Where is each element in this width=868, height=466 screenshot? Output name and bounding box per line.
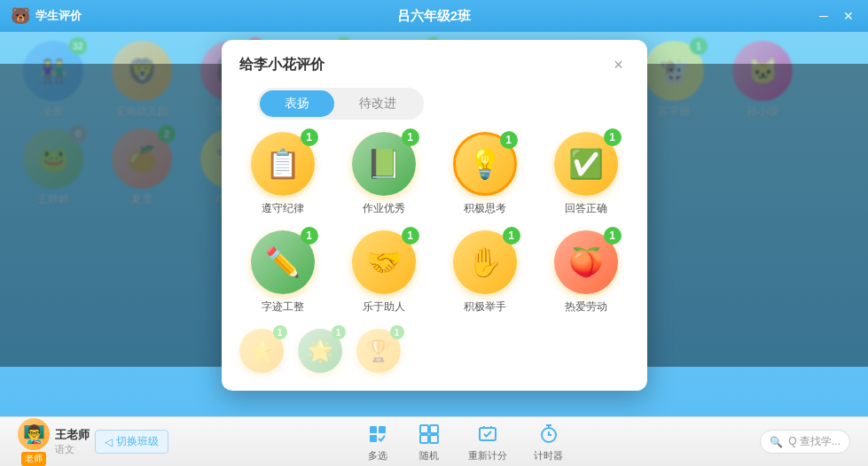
modal-close-button[interactable]: × <box>608 54 629 75</box>
title-bar-left: 🐻 学生评价 <box>11 6 82 26</box>
award-badge: 1 <box>332 325 346 339</box>
award-icon: 🍑 <box>568 245 604 279</box>
award-item-active[interactable]: 1 💡 积极思考 <box>442 132 528 216</box>
switch-label: 切换班级 <box>116 434 159 449</box>
award-label: 遵守纪律 <box>262 201 304 216</box>
close-button[interactable]: ✕ <box>840 7 857 25</box>
search-placeholder: Q 查找学... <box>788 434 841 449</box>
award-badge: 1 <box>604 227 622 245</box>
award-item-partial: 1 ⭐ <box>239 329 284 373</box>
teacher-info: 王老师 语文 <box>55 427 90 456</box>
multi-select-label: 多选 <box>368 449 387 462</box>
award-icon: 📋 <box>265 147 301 181</box>
random-label: 随机 <box>419 449 439 462</box>
timer-icon <box>536 422 561 447</box>
title-bar-controls: ─ ✕ <box>815 7 857 25</box>
svg-rect-4 <box>430 425 438 433</box>
teacher-label: 老师 <box>21 452 46 466</box>
teacher-subject: 语文 <box>55 443 90 456</box>
award-label: 热爱劳动 <box>565 299 607 315</box>
award-label: 作业优秀 <box>363 201 405 216</box>
svg-rect-6 <box>430 435 438 443</box>
badge: 32 <box>69 37 87 55</box>
award-item[interactable]: 1 ✋ 积极举手 <box>442 230 528 315</box>
award-badge: 1 <box>273 325 287 339</box>
teacher-avatar-section: 👨‍🏫 老师 <box>18 418 50 466</box>
award-badge: 1 <box>390 325 404 339</box>
modal-tabs: 表扬 待改进 <box>257 88 424 120</box>
svg-rect-0 <box>370 426 377 433</box>
app-name: 学生评价 <box>35 8 82 24</box>
timer-button[interactable]: 计时器 <box>534 422 563 462</box>
award-item-partial: 1 🏆 <box>356 329 401 373</box>
title-bar: 🐻 学生评价 吕六年级2班 ─ ✕ <box>0 0 868 32</box>
modal-overlay: 给李小花评价 × 表扬 待改进 1 📋 遵守纪律 <box>0 64 868 367</box>
award-item[interactable]: 1 🤝 乐于助人 <box>340 230 427 315</box>
award-icon: 📗 <box>366 147 402 181</box>
award-item-partial: 1 🌟 <box>298 329 342 373</box>
toolbar: 👨‍🏫 老师 王老师 语文 ◁ 切换班级 多选 随机 <box>0 416 868 466</box>
award-icon: ✋ <box>467 245 503 279</box>
award-item[interactable]: 1 📗 作业优秀 <box>340 132 427 216</box>
badge: 1 <box>690 37 708 55</box>
award-badge: 1 <box>301 128 318 146</box>
award-badge: 1 <box>503 227 520 245</box>
award-icon: 🤝 <box>366 245 402 279</box>
award-label: 回答正确 <box>565 201 607 216</box>
timer-label: 计时器 <box>534 449 563 462</box>
multi-select-button[interactable]: 多选 <box>365 422 390 462</box>
award-item[interactable]: 1 🍑 热爱劳动 <box>543 230 629 315</box>
tab-praise[interactable]: 表扬 <box>260 90 334 117</box>
award-badge: 1 <box>402 128 419 146</box>
award-badge: 1 <box>604 128 622 146</box>
modal-title: 给李小花评价 <box>239 56 325 74</box>
award-item[interactable]: 1 📋 遵守纪律 <box>239 132 326 216</box>
reset-score-button[interactable]: 重新计分 <box>468 422 507 462</box>
minimize-button[interactable]: ─ <box>815 7 833 25</box>
search-icon: 🔍 <box>770 436 783 448</box>
evaluation-modal: 给李小花评价 × 表扬 待改进 1 📋 遵守纪律 <box>222 40 647 391</box>
award-badge: 1 <box>402 227 419 245</box>
tab-improve[interactable]: 待改进 <box>334 90 421 117</box>
award-item[interactable]: 1 ✏️ 字迹工整 <box>239 230 326 315</box>
teacher-name: 王老师 <box>55 427 90 443</box>
award-icon: 💡 <box>467 147 503 181</box>
reset-icon <box>475 422 500 447</box>
award-badge: 1 <box>500 131 518 149</box>
switch-class-button[interactable]: ◁ 切换班级 <box>95 430 168 454</box>
toolbar-right: 🔍 Q 查找学... <box>760 430 850 454</box>
award-badge: 1 <box>301 227 318 245</box>
reset-label: 重新计分 <box>468 449 507 462</box>
svg-rect-2 <box>370 435 377 442</box>
award-label: 字迹工整 <box>262 299 304 315</box>
award-icon: ✅ <box>568 147 604 181</box>
award-label: 积极举手 <box>464 299 506 315</box>
main-content: 👫 32 全班 🦁 安南幼儿园 🐻 -3 范改芳 🐸 1 郭英勇 <box>0 32 868 416</box>
toolbar-left: 👨‍🏫 老师 王老师 语文 ◁ 切换班级 <box>18 418 168 466</box>
multi-select-icon <box>365 422 390 447</box>
award-item[interactable]: 1 ✅ 回答正确 <box>543 132 629 216</box>
award-icon: ✏️ <box>265 245 301 279</box>
svg-rect-5 <box>420 435 428 443</box>
random-icon <box>417 422 442 447</box>
svg-rect-3 <box>420 425 428 433</box>
modal-header: 给李小花评价 × <box>222 40 647 75</box>
award-label: 积极思考 <box>464 201 506 216</box>
random-button[interactable]: 随机 <box>417 422 442 462</box>
app-logo: 🐻 <box>11 6 30 26</box>
award-label: 乐于助人 <box>363 299 405 315</box>
modal-body: 1 📋 遵守纪律 1 📗 作业优秀 <box>222 132 647 391</box>
search-box[interactable]: 🔍 Q 查找学... <box>760 430 850 454</box>
window-title: 吕六年级2班 <box>397 8 471 25</box>
award-grid: 1 📋 遵守纪律 1 📗 作业优秀 <box>239 132 629 315</box>
toolbar-center: 多选 随机 重新计分 计时器 <box>365 422 563 462</box>
teacher-avatar: 👨‍🏫 <box>18 418 50 450</box>
svg-rect-1 <box>379 426 386 433</box>
